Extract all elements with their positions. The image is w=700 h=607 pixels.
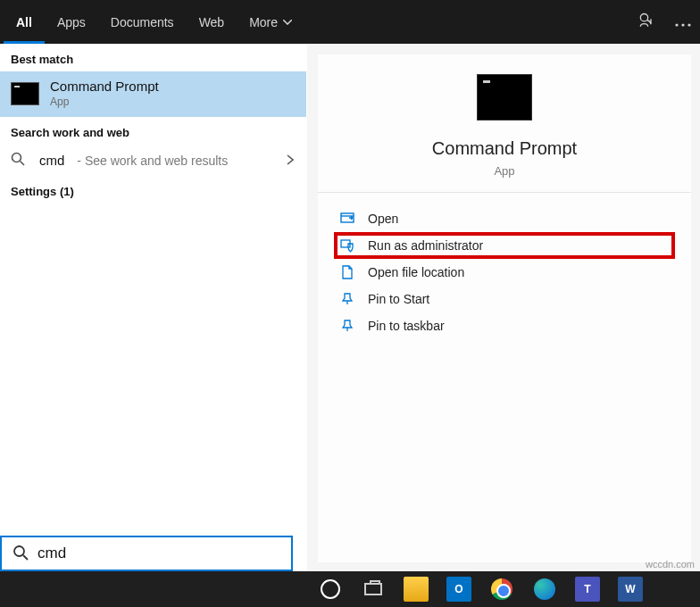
sww-hint: - See work and web results <box>77 154 228 168</box>
task-view-button[interactable] <box>359 575 388 603</box>
taskbar-app-chrome[interactable] <box>488 575 516 603</box>
action-run-as-administrator[interactable]: Run as administrator <box>334 232 675 259</box>
action-run-admin-label: Run as administrator <box>368 238 483 253</box>
search-results-body: Best match Command Prompt App Search wor… <box>0 44 700 571</box>
command-prompt-icon <box>11 82 39 105</box>
action-open-label: Open <box>368 212 398 226</box>
action-pin-to-taskbar[interactable]: Pin to taskbar <box>334 312 675 339</box>
teams-icon: T <box>575 577 600 602</box>
svg-point-11 <box>14 546 24 556</box>
chrome-icon <box>491 578 512 600</box>
taskbar-app-word[interactable]: W <box>616 575 645 603</box>
chevron-down-icon <box>283 20 292 25</box>
preview-title: Command Prompt <box>432 138 577 159</box>
taskbar-app-teams[interactable]: T <box>573 575 602 603</box>
open-icon <box>339 212 355 225</box>
search-input[interactable] <box>38 537 291 570</box>
action-pin-to-start[interactable]: Pin to Start <box>334 286 675 312</box>
action-open-file-location[interactable]: Open file location <box>334 259 675 286</box>
svg-line-5 <box>21 162 25 166</box>
result-title: Command Prompt <box>50 79 159 94</box>
feedback-icon[interactable] <box>638 12 655 32</box>
svg-point-2 <box>681 23 684 26</box>
search-icon <box>11 152 27 169</box>
tab-web[interactable]: Web <box>187 0 238 44</box>
tab-all[interactable]: All <box>4 0 45 44</box>
preview-subtitle: App <box>494 164 514 178</box>
task-view-icon <box>364 583 382 595</box>
taskbar-app-file-explorer[interactable] <box>402 575 430 603</box>
cortana-icon <box>321 579 340 599</box>
search-work-web-row[interactable]: cmd - See work and web results <box>0 145 306 176</box>
tab-documents[interactable]: Documents <box>98 0 187 44</box>
settings-heading[interactable]: Settings (1) <box>0 176 306 204</box>
cortana-button[interactable] <box>316 575 345 603</box>
action-open[interactable]: Open <box>334 205 675 232</box>
sww-query: cmd <box>39 153 64 168</box>
start-search-box[interactable] <box>0 536 293 571</box>
search-work-web-heading: Search work and web <box>0 117 306 145</box>
preview-pane: Command Prompt App Open Run as administr… <box>318 54 691 562</box>
taskbar-app-outlook[interactable]: O <box>445 575 473 603</box>
search-icon <box>12 545 29 563</box>
word-icon: W <box>618 577 643 602</box>
tab-apps[interactable]: Apps <box>45 0 98 44</box>
svg-point-4 <box>12 154 21 162</box>
svg-line-12 <box>23 555 28 560</box>
action-open-location-label: Open file location <box>368 265 464 279</box>
result-subtitle: App <box>50 96 159 108</box>
pin-start-icon <box>339 293 355 305</box>
preview-app-icon <box>477 74 532 121</box>
search-filter-tabs: All Apps Documents Web More <box>0 0 700 44</box>
file-explorer-icon <box>404 577 429 602</box>
watermark-text: wccdn.com <box>646 559 695 570</box>
best-match-heading: Best match <box>0 44 306 71</box>
svg-point-3 <box>688 23 690 26</box>
outlook-icon: O <box>446 577 471 602</box>
results-list: Best match Command Prompt App Search wor… <box>0 44 307 571</box>
chevron-right-icon <box>287 154 294 168</box>
folder-icon <box>339 265 355 279</box>
svg-point-0 <box>640 14 647 21</box>
more-options-icon[interactable] <box>675 15 691 29</box>
edge-icon <box>534 578 555 600</box>
taskbar: O T W <box>0 571 700 607</box>
action-pin-taskbar-label: Pin to taskbar <box>368 319 445 333</box>
pin-taskbar-icon <box>339 320 355 332</box>
taskbar-app-edge[interactable] <box>530 575 559 603</box>
best-match-result[interactable]: Command Prompt App <box>0 71 306 117</box>
tab-more[interactable]: More <box>237 0 304 44</box>
preview-actions: Open Run as administrator Open file loca… <box>318 193 691 352</box>
svg-point-1 <box>675 23 678 26</box>
tab-more-label: More <box>249 15 278 29</box>
action-pin-start-label: Pin to Start <box>368 292 429 306</box>
admin-shield-icon <box>339 238 355 253</box>
